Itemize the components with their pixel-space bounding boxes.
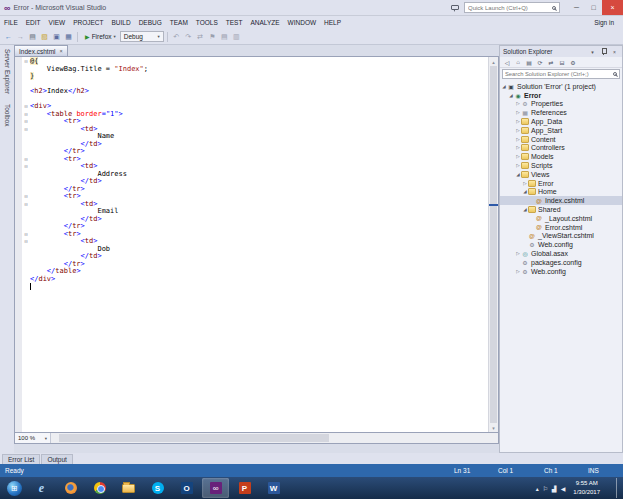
tree-item-shared[interactable]: ◢Shared [500,205,622,214]
navigate-forward-icon[interactable]: → [15,31,26,42]
feedback-icon[interactable] [451,5,459,10]
navigate-back-icon[interactable]: ← [3,31,14,42]
taskbar-clock[interactable]: 9:55 AM 1/30/2017 [569,479,604,498]
code-line[interactable]: } [22,73,487,81]
tree-item-packages-config[interactable]: ⚙packages.config [500,258,622,267]
fold-toggle-icon[interactable]: ⊟ [22,126,30,134]
tree-item-viewstart-cshtml[interactable]: @_ViewStart.cshtml [500,232,622,241]
fold-toggle-icon[interactable]: ⊟ [22,58,30,66]
tree-item-global-asax[interactable]: ▷◎Global.asax [500,249,622,258]
tree-item-content[interactable]: ▷Content [500,135,622,144]
redo-icon[interactable]: ↷ [183,31,194,42]
scroll-up-icon[interactable]: ▴ [489,57,498,66]
code-line[interactable]: </td> [22,216,487,224]
run-button[interactable]: ▶ Firefox ▾ [81,33,120,40]
action-center-icon[interactable]: ⚐ [543,485,548,492]
menu-test[interactable]: TEST [222,19,247,26]
fold-toggle-icon[interactable]: ⊟ [22,193,30,201]
menu-team[interactable]: TEAM [166,19,192,26]
sync-with-active-document-icon[interactable]: ⇄ [546,58,556,67]
taskbar-icon-internet-explorer[interactable]: e [28,478,55,498]
show-all-files-icon[interactable]: ▤ [524,58,534,67]
home-icon[interactable]: ⌂ [513,58,523,67]
code-line[interactable]: </tr> [22,223,487,231]
breakpoint-margin[interactable] [15,57,22,432]
pin-icon[interactable] [599,47,608,56]
menu-project[interactable]: PROJECT [69,19,107,26]
sign-in-link[interactable]: Sign in [594,19,623,26]
fold-toggle-icon[interactable]: ⊟ [22,238,30,246]
close-icon[interactable]: × [60,48,63,54]
tree-item-references[interactable]: ▷▦References [500,108,622,117]
show-hidden-icons-icon[interactable]: ▴ [536,485,539,492]
tree-item-index-cshtml[interactable]: @Index.cshtml [500,196,622,205]
tree-item-controllers[interactable]: ▷Controllers [500,144,622,153]
taskbar-icon-chrome[interactable] [86,478,113,498]
tree-item-models[interactable]: ▷Models [500,152,622,161]
tree-item-app-start[interactable]: ▷App_Start [500,126,622,135]
code-line[interactable]: ViewBag.Title = "Index"; [22,66,487,74]
collapse-all-icon[interactable]: ⊟ [557,58,567,67]
fold-toggle-icon[interactable]: ⊟ [22,103,30,111]
comment-icon[interactable]: ▤ [219,31,230,42]
code-line[interactable]: ⊟ <table border="1"> [22,111,487,119]
tree-item-app-data[interactable]: ▷App_Data [500,117,622,126]
quick-launch-input[interactable] [468,5,552,11]
tab-index-cshtml[interactable]: Index.cshtml × [14,45,68,56]
network-icon[interactable]: ▟ [552,485,557,492]
chevron-down-icon[interactable]: ▾ [588,47,597,56]
taskbar-icon-outlook[interactable]: O [173,478,200,498]
scrollbar-thumb[interactable] [490,66,497,423]
code-line[interactable]: </td> [22,178,487,186]
tab-error-list[interactable]: Error List [2,454,40,464]
bookmark-icon[interactable]: ⚑ [207,31,218,42]
taskbar-icon-skype[interactable]: S [144,478,171,498]
volume-icon[interactable]: ◀ [561,485,566,492]
code-line[interactable]: </tr> [22,148,487,156]
menu-debug[interactable]: DEBUG [135,19,166,26]
close-button[interactable]: × [602,0,623,15]
save-icon[interactable]: ▣ [51,31,62,42]
taskbar-icon-firefox[interactable] [57,478,84,498]
code-line[interactable] [22,96,487,104]
tree-item-error-cshtml[interactable]: @Error.cshtml [500,223,622,232]
menu-analyze[interactable]: ANALYZE [246,19,283,26]
maximize-button[interactable]: □ [585,0,602,15]
taskbar-icon-word[interactable]: W [260,478,287,498]
menu-build[interactable]: BUILD [108,19,135,26]
tree-item-error[interactable]: ▷Error [500,179,622,188]
taskbar-icon-file-explorer[interactable] [115,478,142,498]
minimize-button[interactable]: ─ [568,0,585,15]
code-line[interactable] [22,283,487,291]
menu-edit[interactable]: EDIT [22,19,45,26]
code-line[interactable]: </tr> [22,261,487,269]
code-line[interactable]: </td> [22,253,487,261]
code-line[interactable] [22,81,487,89]
code-editor[interactable]: ⊟@{ ViewBag.Title = "Index";}<h2>Index</… [14,56,499,433]
fold-toggle-icon[interactable]: ⊟ [22,201,30,209]
taskbar-icon-visual-studio[interactable]: ∞ [202,478,229,498]
properties-icon[interactable]: ⚙ [568,58,578,67]
fold-toggle-icon[interactable]: ⊟ [22,163,30,171]
code-line[interactable]: </div> [22,276,487,284]
sync-icon[interactable]: ⇄ [195,31,206,42]
fold-toggle-icon[interactable]: ⊟ [22,118,30,126]
side-tab-server-explorer[interactable]: Server Explorer [4,49,11,94]
editor-horizontal-scrollbar[interactable] [51,433,498,443]
zoom-select[interactable]: 100 % ▾ [15,433,51,443]
undo-icon[interactable]: ↶ [171,31,182,42]
search-input[interactable] [505,71,613,77]
new-file-icon[interactable]: ▤ [27,31,38,42]
fold-toggle-icon[interactable]: ⊟ [22,231,30,239]
code-line[interactable]: </td> [22,141,487,149]
outline-icon[interactable]: ▥ [231,31,242,42]
side-tab-toolbox[interactable]: Toolbox [4,104,11,126]
tree-item-solution-error-1-project[interactable]: ◢▣Solution 'Error' (1 project) [500,82,622,91]
menu-tools[interactable]: TOOLS [192,19,222,26]
tree-item-web-config[interactable]: ⚙Web.config [500,240,622,249]
solution-configurations-select[interactable]: Debug ▾ [120,31,164,42]
taskbar-icon-powerpoint[interactable]: P [231,478,258,498]
code-line[interactable]: <h2>Index</h2> [22,88,487,96]
tree-item-layout-cshtml[interactable]: @_Layout.cshtml [500,214,622,223]
scrollbar-thumb[interactable] [59,434,329,442]
